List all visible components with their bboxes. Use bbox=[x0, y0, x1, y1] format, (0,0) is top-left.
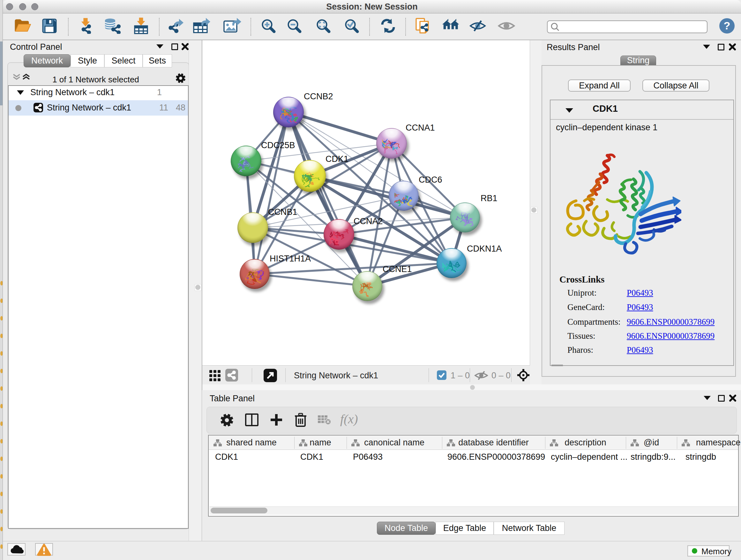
svg-text:?: ? bbox=[724, 19, 731, 32]
